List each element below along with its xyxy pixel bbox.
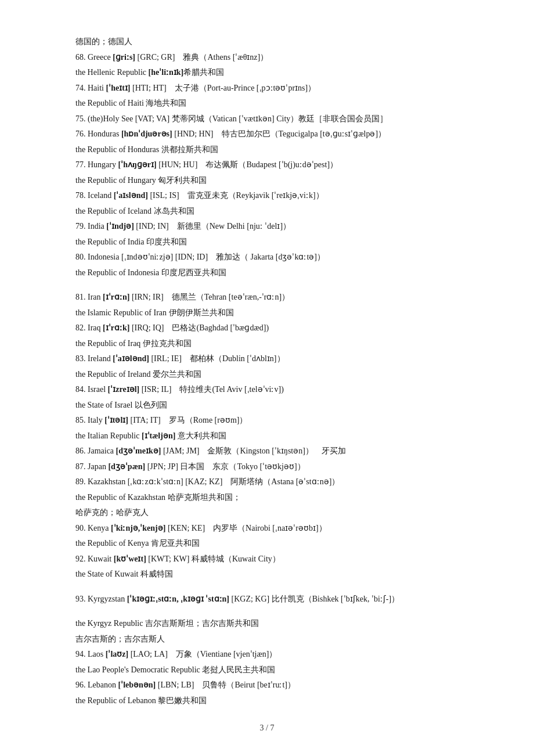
entry-hellenic: the Hellenic Republic [heˈliːnɪk]希腊共和国 [75, 66, 459, 80]
entry-holy-see: 75. (the)Holy See [VAT; VA] 梵蒂冈城（Vatican… [75, 112, 459, 127]
line-indonesia: 80. Indonesia [ˌɪndəʊˈniːzjə] [IDN; ID] … [75, 250, 459, 265]
entry-hungary: 77. Hungary [ˈhʌŋɡərɪ] [HUN; HU] 布达佩斯（Bu… [75, 158, 459, 172]
line-lebanon: 96. Lebanon [ˈlebənən] [LBN; LB] 贝鲁特（Bei… [75, 678, 459, 693]
page-content: 德国的；德国人 68. Greece [ɡriːs] [GRC; GR] 雅典（… [0, 0, 534, 755]
entry-iraq-republic: the Republic of Iraq 伊拉克共和国 [75, 337, 459, 351]
entry-greece: 68. Greece [ɡriːs] [GRC; GR] 雅典（Athens [… [75, 51, 459, 65]
line-german-adj: 德国的；德国人 [75, 35, 459, 49]
line-iceland-republic: the Republic of Iceland 冰岛共和国 [75, 204, 459, 219]
line-hellenic: the Hellenic Republic [heˈliːnɪk]希腊共和国 [75, 66, 459, 80]
line-kyrgyzstan: 93. Kyrgyzstan [ˈkɪəɡɪːˌstɑːn, ˌkɪəɡɪ ˈs… [75, 592, 459, 607]
entry-kazakhstan-republic: the Republic of Kazakhstan 哈萨克斯坦共和国； [75, 491, 459, 505]
entry-kyrgyz-republic: the Kyrgyz Republic 吉尔吉斯斯坦；吉尔吉斯共和国 [75, 617, 459, 631]
line-italy-republic: the Italian Republic [ɪˈtæljən] 意大利共和国 [75, 429, 459, 444]
line-iraq-republic: the Republic of Iraq 伊拉克共和国 [75, 337, 459, 351]
entry-kyrgyzstan: 93. Kyrgyzstan [ˈkɪəɡɪːˌstɑːn, ˌkɪəɡɪ ˈs… [75, 592, 459, 607]
line-iceland: 78. Iceland [ˈaɪslənd] [ISL; IS] 雷克亚未克（R… [75, 189, 459, 203]
line-italy: 85. Italy [ˈɪtəlɪ] [ITA; IT] 罗马（Rome [rə… [75, 413, 459, 428]
line-kuwait: 92. Kuwait [kʊˈweɪt] [KWT; KW] 科威特城（Kuwa… [75, 552, 459, 567]
line-kyrgyz-republic: the Kyrgyz Republic 吉尔吉斯斯坦；吉尔吉斯共和国 [75, 617, 459, 631]
line-laos: 94. Laos [ˈlaʊz] [LAO; LA] 万象（Vientiane … [75, 647, 459, 662]
entry-iceland-republic: the Republic of Iceland 冰岛共和国 [75, 204, 459, 219]
entry-jamaica: 86. Jamaica [dʒəˈmeɪkə] [JAM; JM] 金斯敦（Ki… [75, 444, 459, 459]
entry-ireland: 83. Ireland [ˈaɪələnd] [IRL; IE] 都柏林（Dub… [75, 352, 459, 366]
entry-haiti-republic: the Republic of Haiti 海地共和国 [75, 96, 459, 111]
entry-indonesia: 80. Indonesia [ˌɪndəʊˈniːzjə] [IDN; ID] … [75, 250, 459, 265]
line-honduras: 76. Honduras [hɒnˈdjuərəs] [HND; HN] 特古巴… [75, 127, 459, 142]
entry-honduras: 76. Honduras [hɒnˈdjuərəs] [HND; HN] 特古巴… [75, 127, 459, 142]
line-kazakhstan: 89. Kazakhstan [ˌkɑːzɑːkˈstɑːn] [KAZ; KZ… [75, 475, 459, 489]
line-kenya: 90. Kenya [ˈkiːnjə,ˈkenjə] [KEN; KE] 内罗毕… [75, 521, 459, 536]
entry-india: 79. India [ˈɪndjə] [IND; IN] 新德里（New Del… [75, 219, 459, 234]
entry-italy: 85. Italy [ˈɪtəlɪ] [ITA; IT] 罗马（Rome [rə… [75, 413, 459, 428]
spacer-3 [75, 607, 459, 617]
page-footer: 3 / 7 [0, 723, 534, 733]
line-israel-state: the State of Israel 以色列国 [75, 398, 459, 413]
line-ireland-republic: the Republic of Ireland 爱尔兰共和国 [75, 368, 459, 382]
line-kazakhstan-republic: the Republic of Kazakhstan 哈萨克斯坦共和国； [75, 491, 459, 505]
spacer-2 [75, 583, 459, 592]
entry-indonesia-republic: the Republic of Indonesia 印度尼西亚共和国 [75, 266, 459, 280]
line-haiti: 74. Haiti [ˈheɪtɪ] [HTI; HT] 太子港（Port-au… [75, 81, 459, 96]
entry-iran: 81. Iran [ɪˈrɑːn] [IRN; IR] 德黑兰（Tehran [… [75, 290, 459, 305]
line-israel: 84. Israel [ˈɪzreɪəl] [ISR; IL] 特拉维夫(Tel… [75, 383, 459, 397]
line-india: 79. India [ˈɪndjə] [IND; IN] 新德里（New Del… [75, 219, 459, 234]
entry-laos: 94. Laos [ˈlaʊz] [LAO; LA] 万象（Vientiane … [75, 647, 459, 662]
line-honduras-republic: the Republic of Honduras 洪都拉斯共和国 [75, 143, 459, 157]
page-number: 3 / 7 [260, 723, 275, 732]
entry-honduras-republic: the Republic of Honduras 洪都拉斯共和国 [75, 143, 459, 157]
line-kyrgyz-adj: 吉尔吉斯的；吉尔吉斯人 [75, 632, 459, 647]
line-lebanon-republic: the Republic of Lebanon 黎巴嫩共和国 [75, 694, 459, 708]
entry-haiti: 74. Haiti [ˈheɪtɪ] [HTI; HT] 太子港（Port-au… [75, 81, 459, 96]
entry-hungary-republic: the Republic of Hungary 匈牙利共和国 [75, 174, 459, 188]
line-iran-republic: the Islamic Republic of Iran 伊朗伊斯兰共和国 [75, 306, 459, 321]
entry-lao-republic: the Lao People's Democratic Republic 老挝人… [75, 663, 459, 678]
line-japan: 87. Japan [dʒəˈpæn] [JPN; JP] 日本国 东京（Tok… [75, 460, 459, 474]
line-haiti-republic: the Republic of Haiti 海地共和国 [75, 96, 459, 111]
line-indonesia-republic: the Republic of Indonesia 印度尼西亚共和国 [75, 266, 459, 280]
line-kuwait-state: the State of Kuwait 科威特国 [75, 567, 459, 582]
entry-kenya-republic: the Republic of Kenya 肯尼亚共和国 [75, 537, 459, 551]
entry-kazakhstan: 89. Kazakhstan [ˌkɑːzɑːkˈstɑːn] [KAZ; KZ… [75, 475, 459, 489]
line-kazakh-adj: 哈萨克的；哈萨克人 [75, 506, 459, 520]
entry-japan: 87. Japan [dʒəˈpæn] [JPN; JP] 日本国 东京（Tok… [75, 460, 459, 474]
entry-iceland: 78. Iceland [ˈaɪslənd] [ISL; IS] 雷克亚未克（R… [75, 189, 459, 203]
entry-india-republic: the Republic of India 印度共和国 [75, 235, 459, 250]
entry-iraq: 82. Iraq [ɪˈrɑːk] [IRQ; IQ] 巴格达(Baghdad … [75, 321, 459, 336]
entry-kenya: 90. Kenya [ˈkiːnjə,ˈkenjə] [KEN; KE] 内罗毕… [75, 521, 459, 536]
spacer-1 [75, 281, 459, 290]
line-hungary-republic: the Republic of Hungary 匈牙利共和国 [75, 174, 459, 188]
line-greece: 68. Greece [ɡriːs] [GRC; GR] 雅典（Athens [… [75, 51, 459, 65]
entry-israel-state: the State of Israel 以色列国 [75, 398, 459, 413]
entry-german-adj: 德国的；德国人 [75, 35, 459, 49]
entry-kuwait: 92. Kuwait [kʊˈweɪt] [KWT; KW] 科威特城（Kuwa… [75, 552, 459, 567]
line-hungary: 77. Hungary [ˈhʌŋɡərɪ] [HUN; HU] 布达佩斯（Bu… [75, 158, 459, 172]
entry-kazakh-adj: 哈萨克的；哈萨克人 [75, 506, 459, 520]
line-india-republic: the Republic of India 印度共和国 [75, 235, 459, 250]
entry-italy-republic: the Italian Republic [ɪˈtæljən] 意大利共和国 [75, 429, 459, 444]
line-jamaica: 86. Jamaica [dʒəˈmeɪkə] [JAM; JM] 金斯敦（Ki… [75, 444, 459, 459]
line-iraq: 82. Iraq [ɪˈrɑːk] [IRQ; IQ] 巴格达(Baghdad … [75, 321, 459, 336]
entry-lebanon-republic: the Republic of Lebanon 黎巴嫩共和国 [75, 694, 459, 708]
line-iran: 81. Iran [ɪˈrɑːn] [IRN; IR] 德黑兰（Tehran [… [75, 290, 459, 305]
entry-kyrgyz-adj: 吉尔吉斯的；吉尔吉斯人 [75, 632, 459, 647]
entry-iran-republic: the Islamic Republic of Iran 伊朗伊斯兰共和国 [75, 306, 459, 321]
line-kenya-republic: the Republic of Kenya 肯尼亚共和国 [75, 537, 459, 551]
entry-kuwait-state: the State of Kuwait 科威特国 [75, 567, 459, 582]
line-ireland: 83. Ireland [ˈaɪələnd] [IRL; IE] 都柏林（Dub… [75, 352, 459, 366]
line-lao-republic: the Lao People's Democratic Republic 老挝人… [75, 663, 459, 678]
entry-lebanon: 96. Lebanon [ˈlebənən] [LBN; LB] 贝鲁特（Bei… [75, 678, 459, 693]
line-holy-see: 75. (the)Holy See [VAT; VA] 梵蒂冈城（Vatican… [75, 112, 459, 127]
entry-ireland-republic: the Republic of Ireland 爱尔兰共和国 [75, 368, 459, 382]
entry-israel: 84. Israel [ˈɪzreɪəl] [ISR; IL] 特拉维夫(Tel… [75, 383, 459, 397]
